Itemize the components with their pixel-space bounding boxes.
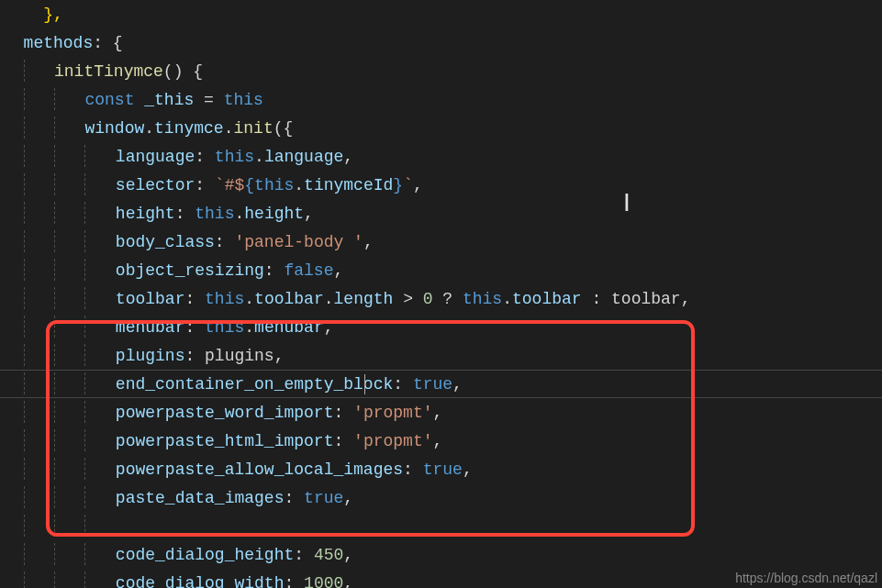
- code-line[interactable]: selector: `#${this.tinymceId}`,: [4, 171, 882, 199]
- code-editor[interactable]: }, methods: { initTinymce() { const _thi…: [0, 0, 882, 588]
- code-line[interactable]: [4, 512, 882, 540]
- code-line[interactable]: powerpaste_html_import: 'propmt',: [4, 427, 882, 455]
- code-line[interactable]: language: this.language,: [4, 142, 882, 171]
- code-line[interactable]: end_container_on_empty_block: true,: [4, 370, 882, 398]
- text-caret: [364, 374, 365, 394]
- code-line[interactable]: body_class: 'panel-body ',: [4, 227, 882, 256]
- code-line[interactable]: height: this.height,: [4, 199, 882, 227]
- code-line[interactable]: powerpaste_allow_local_images: true,: [4, 455, 882, 483]
- code-line[interactable]: methods: {: [4, 28, 882, 57]
- code-line[interactable]: powerpaste_word_import: 'propmt',: [4, 398, 882, 427]
- code-line[interactable]: initTinymce() {: [4, 57, 882, 85]
- code-line[interactable]: menubar: this.menubar,: [4, 313, 882, 341]
- code-line[interactable]: },: [4, 0, 882, 28]
- code-line[interactable]: object_resizing: false,: [4, 256, 882, 284]
- code-line[interactable]: paste_data_images: true,: [4, 483, 882, 512]
- code-line[interactable]: plugins: plugins,: [4, 341, 882, 370]
- code-line[interactable]: const _this = this: [4, 85, 882, 114]
- code-line[interactable]: code_dialog_height: 450,: [4, 540, 882, 569]
- code-line[interactable]: window.tinymce.init({: [4, 114, 882, 142]
- watermark-text: https://blog.csdn.net/qazl: [735, 571, 877, 585]
- code-line[interactable]: toolbar: this.toolbar.length > 0 ? this.…: [4, 284, 882, 313]
